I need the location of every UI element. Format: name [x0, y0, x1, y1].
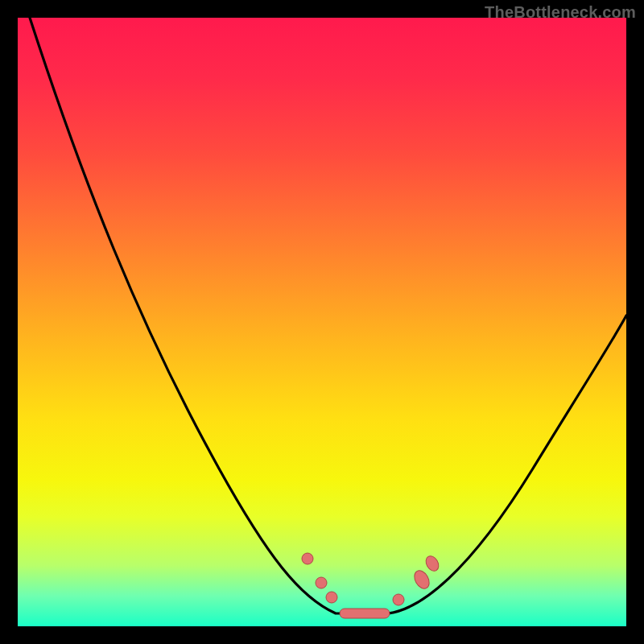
data-marker [316, 577, 327, 588]
chart-svg [18, 18, 626, 626]
data-marker [423, 554, 441, 573]
data-marker [302, 553, 313, 564]
data-marker [326, 592, 337, 603]
watermark-text: TheBottleneck.com [485, 3, 636, 22]
plot-area [18, 18, 626, 626]
data-marker [393, 594, 404, 605]
chart-frame: TheBottleneck.com [0, 0, 644, 644]
data-marker [411, 568, 432, 592]
bottleneck-curve [30, 18, 626, 613]
flat-segment-marker [340, 609, 390, 618]
